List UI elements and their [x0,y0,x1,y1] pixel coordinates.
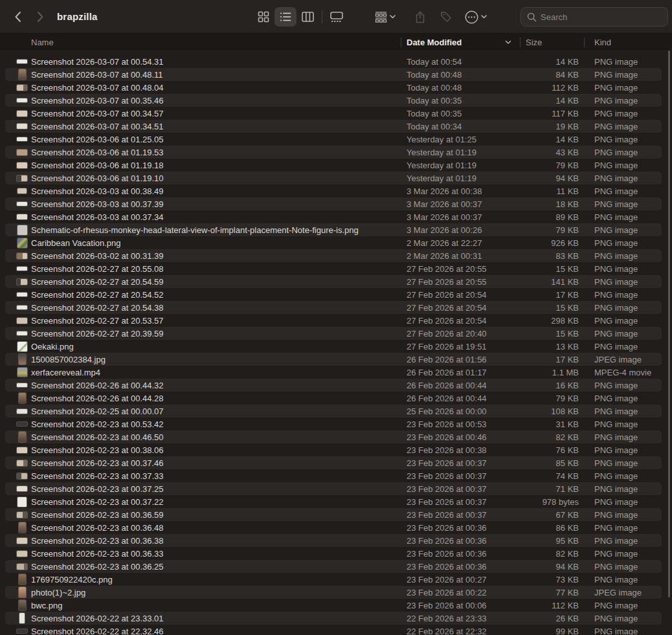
file-date-modified: 23 Feb 2026 at 00:06 [401,601,521,610]
gallery-view-button[interactable] [326,7,348,27]
file-kind: PNG image [585,199,662,209]
table-row[interactable]: Screenshot 2026-02-23 at 00.38.06 23 Feb… [5,443,662,456]
table-row[interactable]: Screenshot 2026-03-06 at 01.25.05 Yester… [5,133,662,146]
table-row[interactable]: Screenshot 2026-03-06 at 01.19.53 Yester… [5,146,662,159]
table-row[interactable]: Screenshot 2026-03-07 at 00.48.04 Today … [5,81,662,94]
list-column-headers: Name Date Modified Size Kind [0,34,672,51]
column-divider[interactable] [401,38,401,47]
table-row[interactable]: Screenshot 2026-03-03 at 00.38.49 3 Mar … [5,184,662,197]
file-kind: PNG image [585,135,662,144]
table-row[interactable]: Schematic-of-rhesus-monkey-head-lateral-… [5,223,662,236]
table-row[interactable]: Screenshot 2026-02-27 at 20.54.59 27 Feb… [5,275,662,288]
file-name: Screenshot 2026-03-07 at 00.48.11 [31,70,163,80]
finder-window: brapzilla [0,0,672,635]
table-row[interactable]: Screenshot 2026-02-27 at 20.54.38 27 Feb… [5,301,662,314]
table-row[interactable]: Screenshot 2026-02-23 at 00.37.33 23 Feb… [5,469,662,482]
table-row[interactable]: photo(1)~2.jpg 23 Feb 2026 at 00:22 77 K… [5,586,662,599]
table-row[interactable]: Screenshot 2026-02-23 at 00.37.22 23 Feb… [5,495,662,508]
list-view-button[interactable] [274,7,297,27]
back-button[interactable] [12,10,24,24]
file-date-modified: 27 Feb 2026 at 20:40 [401,329,521,339]
file-kind: PNG image [585,161,662,170]
file-size: 298 KB [521,316,585,326]
table-row[interactable]: Screenshot 2026-02-23 at 00.46.50 23 Feb… [5,430,662,443]
table-row[interactable]: Screenshot 2026-02-23 at 00.36.33 23 Feb… [5,547,662,560]
file-thumbnail-icon [17,159,27,171]
file-kind: PNG image [585,109,662,118]
chevron-down-icon [390,15,396,19]
file-name: Screenshot 2026-02-27 at 20.54.38 [31,303,164,313]
column-header-kind[interactable]: Kind [585,38,672,47]
table-row[interactable]: Oekaki.png 27 Feb 2026 at 19:51 13 KB PN… [5,340,662,353]
more-actions-button[interactable] [460,6,492,27]
file-thumbnail-icon [17,561,27,572]
search-input[interactable] [541,12,662,22]
file-name: Screenshot 2026-02-27 at 20.54.59 [31,277,164,287]
table-row[interactable]: Screenshot 2026-03-02 at 00.31.39 2 Mar … [5,249,662,262]
table-row[interactable]: Caribbean Vacation.png 2 Mar 2026 at 22:… [5,236,662,249]
file-thumbnail-icon [17,509,27,520]
table-row[interactable]: Screenshot 2026-02-26 at 00.44.32 26 Feb… [5,379,662,392]
table-row[interactable]: Screenshot 2026-02-22 at 23.33.01 22 Feb… [5,612,662,625]
column-header-date-modified[interactable]: Date Modified [401,38,521,47]
table-row[interactable]: xerfacereveal.mp4 26 Feb 2026 at 01:17 1… [5,366,662,379]
file-thumbnail-icon [17,250,27,262]
file-name: photo(1)~2.jpg [31,588,85,597]
table-row[interactable]: Screenshot 2026-02-23 at 00.36.48 23 Feb… [5,521,662,534]
table-row[interactable]: Screenshot 2026-02-27 at 20.55.08 27 Feb… [5,262,662,275]
navigation-buttons [12,10,47,24]
file-date-modified: Today at 00:35 [401,96,521,106]
table-row[interactable]: Screenshot 2026-02-23 at 00.36.59 23 Feb… [5,508,662,521]
file-size: 86 KB [521,523,585,533]
table-row[interactable]: Screenshot 2026-03-07 at 00.48.11 Today … [5,68,662,81]
file-kind: PNG image [585,329,662,339]
group-by-button[interactable] [370,6,400,27]
table-row[interactable]: Screenshot 2026-03-06 at 01.19.18 Yester… [5,159,662,172]
table-row[interactable]: Screenshot 2026-03-06 at 01.19.10 Yester… [5,172,662,184]
table-row[interactable]: Screenshot 2026-02-23 at 00.37.46 23 Feb… [5,456,662,469]
file-kind: PNG image [585,96,662,106]
file-date-modified: 2 Mar 2026 at 22:27 [401,238,521,248]
forward-button[interactable] [34,10,47,24]
table-row[interactable]: Screenshot 2026-02-23 at 00.37.25 23 Feb… [5,482,662,495]
column-divider[interactable] [520,38,521,47]
file-thumbnail-icon [17,56,27,67]
file-date-modified: 3 Mar 2026 at 00:37 [401,199,521,209]
table-row[interactable]: Screenshot 2026-02-22 at 22.32.46 22 Feb… [5,625,662,635]
table-row[interactable]: Screenshot 2026-03-07 at 00.34.57 Today … [5,107,662,120]
table-row[interactable]: Screenshot 2026-02-27 at 20.39.59 27 Feb… [5,327,662,340]
table-row[interactable]: Screenshot 2026-03-03 at 00.37.39 3 Mar … [5,197,662,210]
file-thumbnail-icon [17,198,27,210]
column-view-button[interactable] [297,7,319,27]
share-button[interactable] [409,6,431,27]
column-header-size[interactable]: Size [521,38,585,47]
vertical-scrollbar-thumb[interactable] [668,50,670,597]
table-row[interactable]: Screenshot 2026-02-25 at 00.00.07 25 Feb… [5,405,662,418]
tag-button[interactable] [435,6,457,27]
table-row[interactable]: Screenshot 2026-03-07 at 00.35.46 Today … [5,94,662,107]
table-row[interactable]: 1769750922420c.png 23 Feb 2026 at 00:27 … [5,573,662,586]
tag-icon [440,11,452,23]
file-thumbnail-icon [17,172,27,184]
file-kind: PNG image [585,83,662,93]
file-size: 76 KB [521,445,585,455]
table-row[interactable]: Screenshot 2026-02-26 at 00.44.28 26 Feb… [5,392,662,405]
file-name: Screenshot 2026-02-23 at 00.36.48 [31,523,164,533]
table-row[interactable]: Screenshot 2026-02-23 at 00.53.42 23 Feb… [5,418,662,430]
table-row[interactable]: bwc.png 23 Feb 2026 at 00:06 112 KB PNG … [5,599,662,612]
file-date-modified: 23 Feb 2026 at 00:22 [401,588,521,597]
table-row[interactable]: 1500857002384.jpg 26 Feb 2026 at 01:56 1… [5,353,662,366]
table-row[interactable]: Screenshot 2026-03-03 at 00.37.34 3 Mar … [5,210,662,223]
icon-view-button[interactable] [252,7,274,27]
table-row[interactable]: Screenshot 2026-02-23 at 00.36.38 23 Feb… [5,534,662,547]
search-field[interactable] [521,7,668,27]
table-row[interactable]: Screenshot 2026-02-23 at 00.36.25 23 Feb… [5,560,662,573]
file-date-modified: Yesterday at 01:19 [401,173,521,183]
toolbar-divider [322,10,322,23]
table-row[interactable]: Screenshot 2026-02-27 at 20.53.57 27 Feb… [5,314,662,327]
table-row[interactable]: Screenshot 2026-03-07 at 00.34.51 Today … [5,120,662,133]
column-divider[interactable] [584,38,585,47]
table-row[interactable]: Screenshot 2026-03-07 at 00.54.31 Today … [5,55,662,68]
table-row[interactable]: Screenshot 2026-02-27 at 20.54.52 27 Feb… [5,288,662,301]
column-header-name[interactable]: Name [0,38,401,47]
